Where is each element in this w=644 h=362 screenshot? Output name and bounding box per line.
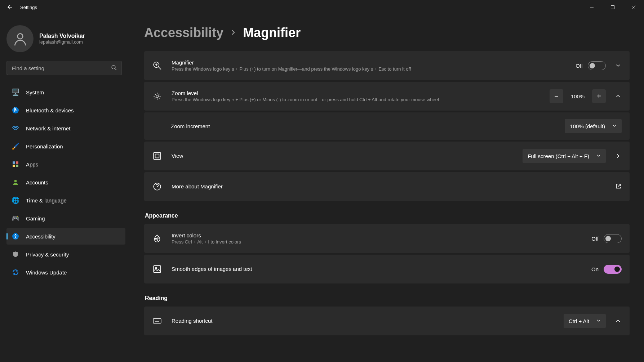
dropdown-value: Ctrl + Alt bbox=[569, 318, 589, 324]
svg-rect-9 bbox=[16, 161, 18, 164]
bluetooth-icon bbox=[12, 106, 19, 114]
sidebar-item-privacy[interactable]: Privacy & security bbox=[6, 246, 125, 263]
chevron-down-icon bbox=[612, 123, 617, 129]
setting-title: Smooth edges of images and text bbox=[172, 266, 591, 272]
sidebar-item-gaming[interactable]: 🎮 Gaming bbox=[6, 210, 125, 227]
toggle-state-label: On bbox=[591, 266, 599, 272]
section-reading: Reading bbox=[145, 295, 630, 301]
sidebar-label: Windows Update bbox=[26, 269, 67, 276]
svg-point-5 bbox=[112, 66, 115, 69]
update-icon bbox=[12, 268, 19, 276]
setting-title: View bbox=[172, 153, 523, 159]
zoom-decrease-button[interactable]: − bbox=[550, 89, 563, 103]
setting-magnifier[interactable]: Magnifier Press the Windows logo key ⊞ +… bbox=[144, 51, 630, 80]
breadcrumb: Accessibility Magnifier bbox=[144, 25, 630, 40]
collapse-button[interactable] bbox=[614, 317, 622, 325]
view-dropdown[interactable]: Full screen (Ctrl + Alt + F) bbox=[523, 149, 606, 163]
search-icon bbox=[111, 65, 117, 72]
profile-email: lepalash@gmail.com bbox=[39, 39, 85, 45]
sidebar-label: Accounts bbox=[26, 179, 48, 186]
sidebar-item-system[interactable]: 🖥️ System bbox=[6, 84, 125, 100]
sidebar-item-update[interactable]: Windows Update bbox=[6, 264, 125, 281]
toggle-state-label: Off bbox=[591, 236, 599, 242]
magnifier-toggle[interactable] bbox=[588, 61, 606, 70]
reading-shortcut-dropdown[interactable]: Ctrl + Alt bbox=[564, 314, 606, 328]
svg-point-7 bbox=[12, 107, 19, 113]
invert-colors-icon bbox=[152, 233, 162, 243]
svg-line-16 bbox=[158, 67, 161, 70]
svg-rect-11 bbox=[16, 165, 18, 167]
setting-view[interactable]: View Full screen (Ctrl + Alt + F) bbox=[144, 142, 630, 170]
accessibility-icon bbox=[12, 232, 19, 240]
setting-zoom-level[interactable]: Zoom level Press the Windows logo key ⊞ … bbox=[144, 82, 630, 111]
zoom-level-icon bbox=[152, 91, 162, 101]
back-button[interactable] bbox=[3, 0, 17, 14]
setting-invert-colors[interactable]: Invert colors Press Ctrl + Alt + I to in… bbox=[144, 224, 630, 253]
zoom-increment-dropdown[interactable]: 100% (default) bbox=[565, 119, 622, 133]
sidebar-label: Apps bbox=[26, 161, 38, 167]
close-icon bbox=[631, 5, 636, 9]
setting-title: Zoom level bbox=[172, 90, 550, 96]
svg-point-4 bbox=[17, 33, 23, 39]
zoom-value: 100% bbox=[568, 93, 588, 99]
arrow-left-icon bbox=[7, 4, 13, 10]
chevron-up-icon bbox=[616, 318, 621, 323]
chevron-right-icon bbox=[616, 153, 621, 158]
sidebar-item-time[interactable]: 🌐 Time & language bbox=[6, 192, 125, 209]
sidebar-label: Accessibility bbox=[26, 233, 55, 240]
toggle-state-label: Off bbox=[576, 63, 583, 69]
breadcrumb-current: Magnifier bbox=[243, 25, 301, 40]
breadcrumb-parent[interactable]: Accessibility bbox=[144, 25, 223, 40]
chevron-down-icon bbox=[616, 63, 621, 68]
navigate-button[interactable] bbox=[614, 152, 622, 160]
collapse-button[interactable] bbox=[614, 93, 622, 100]
profile-section[interactable]: Palash Volvoikar lepalash@gmail.com bbox=[6, 20, 130, 61]
accounts-icon bbox=[12, 178, 19, 186]
smooth-edges-toggle[interactable] bbox=[604, 265, 622, 274]
apps-icon bbox=[12, 160, 19, 168]
chevron-down-icon bbox=[596, 153, 601, 159]
system-icon: 🖥️ bbox=[12, 88, 19, 96]
setting-zoom-increment[interactable]: Zoom increment 100% (default) bbox=[144, 112, 630, 140]
help-icon bbox=[152, 182, 162, 192]
sidebar-item-network[interactable]: Network & internet bbox=[6, 120, 125, 137]
setting-title: More about Magnifier bbox=[172, 183, 615, 189]
svg-rect-8 bbox=[13, 161, 15, 164]
sidebar-item-apps[interactable]: Apps bbox=[6, 156, 125, 173]
privacy-icon bbox=[12, 250, 19, 258]
smooth-edges-icon bbox=[152, 264, 162, 274]
search-input[interactable] bbox=[6, 61, 122, 75]
avatar bbox=[6, 25, 34, 52]
zoom-increase-button[interactable]: + bbox=[592, 89, 606, 103]
gaming-icon: 🎮 bbox=[12, 214, 19, 222]
minimize-icon bbox=[590, 5, 594, 9]
svg-rect-26 bbox=[154, 265, 161, 273]
sidebar-item-bluetooth[interactable]: Bluetooth & devices bbox=[6, 102, 125, 119]
expand-button[interactable] bbox=[614, 62, 622, 69]
setting-more-about[interactable]: More about Magnifier bbox=[144, 172, 630, 201]
sidebar-label: Bluetooth & devices bbox=[26, 107, 74, 113]
svg-rect-20 bbox=[154, 152, 161, 160]
minimize-button[interactable] bbox=[581, 0, 602, 14]
chevron-down-icon bbox=[596, 318, 601, 324]
sidebar-label: Personalization bbox=[26, 143, 63, 149]
setting-smooth-edges[interactable]: Smooth edges of images and text On bbox=[144, 255, 630, 283]
profile-name: Palash Volvoikar bbox=[39, 33, 85, 39]
svg-rect-10 bbox=[13, 165, 15, 167]
setting-description: Press the Windows logo key ⊞ + Plus (+) … bbox=[172, 66, 503, 72]
section-appearance: Appearance bbox=[145, 213, 630, 219]
chevron-right-icon bbox=[230, 29, 236, 37]
sidebar-item-personalization[interactable]: 🖌️ Personalization bbox=[6, 138, 125, 155]
svg-rect-28 bbox=[153, 319, 161, 323]
setting-reading-shortcut[interactable]: Reading shortcut Ctrl + Alt bbox=[144, 307, 630, 335]
person-icon bbox=[12, 31, 28, 47]
maximize-button[interactable] bbox=[602, 0, 623, 14]
close-button[interactable] bbox=[623, 0, 644, 14]
svg-point-14 bbox=[15, 234, 16, 235]
sidebar-item-accounts[interactable]: Accounts bbox=[6, 174, 125, 191]
sidebar-item-accessibility[interactable]: Accessibility bbox=[6, 228, 125, 245]
invert-colors-toggle[interactable] bbox=[604, 234, 622, 243]
sidebar-label: Privacy & security bbox=[26, 251, 69, 258]
sidebar-label: Network & internet bbox=[26, 125, 70, 131]
magnifier-icon bbox=[152, 61, 162, 71]
